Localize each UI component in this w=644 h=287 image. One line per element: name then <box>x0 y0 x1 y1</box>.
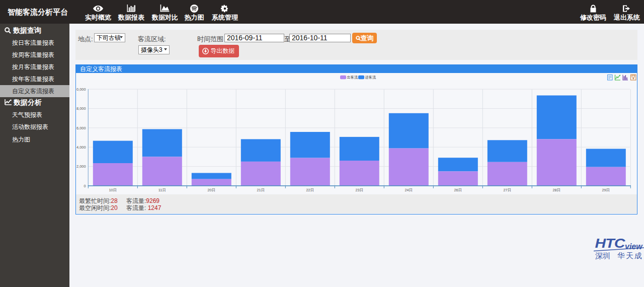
svg-text:HTC: HTC <box>595 236 625 250</box>
svg-text:21日: 21日 <box>257 188 265 192</box>
svg-text:华天成: 华天成 <box>617 251 643 260</box>
svg-text:20日: 20日 <box>207 188 215 192</box>
svg-text:27日: 27日 <box>503 188 511 192</box>
svg-text:23日: 23日 <box>355 188 363 192</box>
svg-text:出客流: 出客流 <box>347 75 358 80</box>
svg-text:26日: 26日 <box>454 188 462 192</box>
svg-text:2,000: 2,000 <box>76 164 86 169</box>
svg-text:view: view <box>625 242 643 251</box>
svg-text:进客流: 进客流 <box>365 75 376 80</box>
svg-text:22日: 22日 <box>306 188 314 192</box>
svg-text:24日: 24日 <box>405 188 413 192</box>
svg-text:深圳: 深圳 <box>595 251 610 260</box>
svg-text:8,000: 8,000 <box>76 106 86 111</box>
svg-text:28日: 28日 <box>552 188 560 192</box>
svg-text:10日: 10日 <box>109 188 117 192</box>
svg-text:6,000: 6,000 <box>76 126 86 130</box>
svg-text:0,000: 0,000 <box>76 87 86 92</box>
svg-text:11日: 11日 <box>158 188 166 192</box>
svg-text:29日: 29日 <box>602 188 610 192</box>
svg-text:0: 0 <box>84 184 86 188</box>
svg-text:4,000: 4,000 <box>76 145 86 150</box>
